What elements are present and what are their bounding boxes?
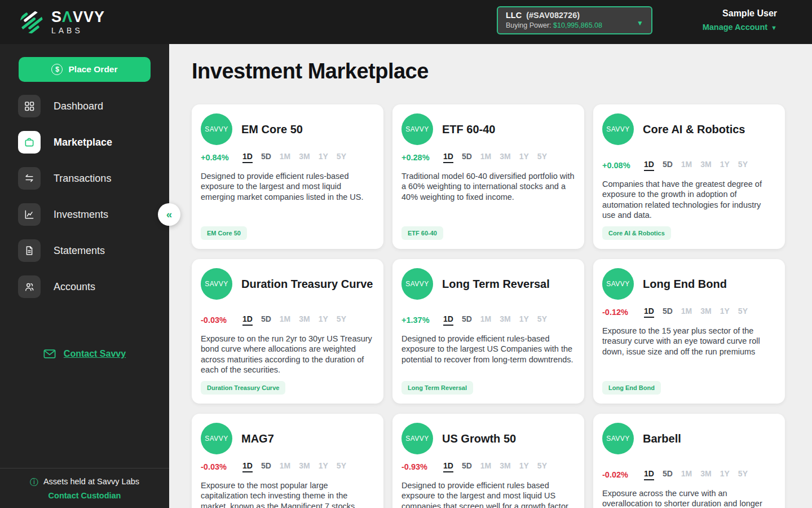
tab-5y[interactable]: 5Y <box>738 306 748 318</box>
briefcase-icon <box>18 131 41 154</box>
tab-5y[interactable]: 5Y <box>337 461 346 472</box>
tab-1d[interactable]: 1D <box>644 469 654 480</box>
savvy-avatar: SAVVY <box>602 423 634 454</box>
main-content: Investment Marketplace SAVVY EM Core 50 … <box>169 44 812 508</box>
fund-card-core-ai-robotics[interactable]: SAVVY Core AI & Robotics +0.08% 1D 5D 1M… <box>593 104 785 249</box>
tab-1m[interactable]: 1M <box>681 469 692 480</box>
account-caret-icon: ▼ <box>637 19 643 27</box>
fund-title: Long Term Reversal <box>442 278 550 291</box>
fund-card-mag7[interactable]: SAVVY MAG7 -0.03% 1D 5D 1M 3M 1Y 5Y Expo… <box>192 414 383 508</box>
tab-1y[interactable]: 1Y <box>720 306 730 318</box>
tab-5y[interactable]: 5Y <box>738 469 748 480</box>
tab-5y[interactable]: 5Y <box>537 314 547 326</box>
account-selector[interactable]: LLC(#SAV082726) Buying Power: $10,995,86… <box>497 6 652 34</box>
tab-1d[interactable]: 1D <box>242 152 253 163</box>
tab-5d[interactable]: 5D <box>462 461 472 472</box>
tab-5y[interactable]: 5Y <box>337 152 346 163</box>
sidebar-item-investments[interactable]: Investments <box>0 203 169 226</box>
change-percent: +0.28% <box>401 153 434 162</box>
dollar-circle-icon: $ <box>51 64 63 75</box>
fund-title: MAG7 <box>241 432 274 445</box>
tab-5d[interactable]: 5D <box>663 306 673 318</box>
tab-3m[interactable]: 3M <box>700 469 711 480</box>
sidebar-item-statements[interactable]: Statements <box>0 239 169 262</box>
tab-3m[interactable]: 3M <box>500 314 510 326</box>
tab-1y[interactable]: 1Y <box>319 152 328 163</box>
fund-card-us-growth-50[interactable]: SAVVY US Growth 50 -0.93% 1D 5D 1M 3M 1Y… <box>392 414 584 508</box>
fund-title: US Growth 50 <box>442 432 516 445</box>
fund-card-barbell[interactable]: SAVVY Barbell -0.02% 1D 5D 1M 3M 1Y 5Y E… <box>593 414 785 508</box>
chart-line-icon <box>18 203 41 226</box>
savvy-avatar: SAVVY <box>201 113 232 145</box>
tab-5y[interactable]: 5Y <box>537 461 547 472</box>
sidebar-item-marketplace[interactable]: Marketplace <box>0 131 169 154</box>
tab-5d[interactable]: 5D <box>663 160 673 171</box>
tab-1m[interactable]: 1M <box>280 461 290 472</box>
timeframe-tabs: 1D 5D 1M 3M 1Y 5Y <box>644 160 748 171</box>
fund-title: Core AI & Robotics <box>643 123 745 136</box>
fund-card-em-core-50[interactable]: SAVVY EM Core 50 +0.84% 1D 5D 1M 3M 1Y 5… <box>192 104 383 249</box>
tab-1d[interactable]: 1D <box>242 461 253 472</box>
tab-5d[interactable]: 5D <box>261 461 271 472</box>
sidebar-item-accounts[interactable]: Accounts <box>0 275 169 298</box>
tab-1y[interactable]: 1Y <box>319 461 328 472</box>
fund-card-long-end-bond[interactable]: SAVVY Long End Bond -0.12% 1D 5D 1M 3M 1… <box>593 259 785 404</box>
top-bar: SΛVVY LABS LLC(#SAV082726) Buying Power:… <box>0 0 812 44</box>
tab-3m[interactable]: 3M <box>299 152 310 163</box>
page-title: Investment Marketplace <box>192 59 785 84</box>
tab-3m[interactable]: 3M <box>500 461 510 472</box>
sidebar-item-dashboard[interactable]: Dashboard <box>0 95 169 117</box>
tab-5y[interactable]: 5Y <box>537 152 547 163</box>
tab-3m[interactable]: 3M <box>299 461 310 472</box>
buying-power-value: $10,995,865.08 <box>553 21 602 29</box>
contact-custodian-link[interactable]: Contact Custodian <box>0 491 169 500</box>
tab-1y[interactable]: 1Y <box>519 461 529 472</box>
tab-1y[interactable]: 1Y <box>519 152 529 163</box>
tab-1d[interactable]: 1D <box>443 314 453 326</box>
change-percent: -0.03% <box>201 462 233 471</box>
tab-1d[interactable]: 1D <box>242 314 253 326</box>
tab-1d[interactable]: 1D <box>443 152 453 163</box>
tab-3m[interactable]: 3M <box>299 314 310 326</box>
tab-1y[interactable]: 1Y <box>720 469 730 480</box>
tab-1m[interactable]: 1M <box>480 152 491 163</box>
manage-account-button[interactable]: Manage Account▼ <box>703 23 777 32</box>
tab-5d[interactable]: 5D <box>261 314 271 326</box>
tab-1m[interactable]: 1M <box>280 314 290 326</box>
fund-tag: Long Term Reversal <box>401 381 473 395</box>
user-name: Sample User <box>703 8 777 19</box>
tab-1d[interactable]: 1D <box>644 306 654 318</box>
savvy-avatar: SAVVY <box>201 423 232 454</box>
tab-5y[interactable]: 5Y <box>738 160 748 171</box>
tab-3m[interactable]: 3M <box>700 306 711 318</box>
fund-tag: Duration Treasury Curve <box>201 381 285 395</box>
tab-1y[interactable]: 1Y <box>720 160 730 171</box>
tab-5y[interactable]: 5Y <box>337 314 346 326</box>
tab-5d[interactable]: 5D <box>261 152 271 163</box>
tab-5d[interactable]: 5D <box>663 469 673 480</box>
place-order-button[interactable]: $ Place Order <box>19 57 151 82</box>
change-percent: -0.02% <box>602 470 635 479</box>
tab-3m[interactable]: 3M <box>500 152 510 163</box>
tab-1m[interactable]: 1M <box>480 314 491 326</box>
tab-1m[interactable]: 1M <box>681 306 692 318</box>
tab-1m[interactable]: 1M <box>280 152 290 163</box>
sidebar-collapse-button[interactable]: « <box>158 203 180 226</box>
tab-1m[interactable]: 1M <box>681 160 692 171</box>
sidebar-item-transactions[interactable]: Transactions <box>0 167 169 190</box>
fund-card-duration-treasury-curve[interactable]: SAVVY Duration Treasury Curve -0.03% 1D … <box>192 259 383 404</box>
tab-1y[interactable]: 1Y <box>519 314 529 326</box>
tab-1y[interactable]: 1Y <box>319 314 328 326</box>
tab-1d[interactable]: 1D <box>644 160 654 171</box>
assets-note: ⓘ Assets held at Savvy Labs <box>0 477 169 486</box>
tab-1d[interactable]: 1D <box>443 461 453 472</box>
savvy-avatar: SAVVY <box>401 113 433 145</box>
fund-description: Traditional model 60-40 diversified port… <box>401 171 575 202</box>
contact-savvy-link[interactable]: Contact Savvy <box>0 349 169 359</box>
tab-1m[interactable]: 1M <box>480 461 491 472</box>
fund-card-etf-60-40[interactable]: SAVVY ETF 60-40 +0.28% 1D 5D 1M 3M 1Y 5Y… <box>392 104 584 249</box>
tab-5d[interactable]: 5D <box>462 314 472 326</box>
fund-card-long-term-reversal[interactable]: SAVVY Long Term Reversal +1.37% 1D 5D 1M… <box>392 259 584 404</box>
tab-3m[interactable]: 3M <box>700 160 711 171</box>
tab-5d[interactable]: 5D <box>462 152 472 163</box>
